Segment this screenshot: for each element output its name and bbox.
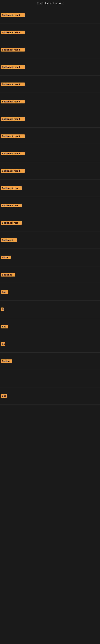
bottleneck-badge: Bottlen [1,360,12,363]
bottleneck-badge: Bott [1,325,8,328]
result-row: Bott [0,283,100,301]
bottleneck-badge: Bott [1,290,8,294]
result-row: Bottleneck resu [0,214,100,232]
bottleneck-badge: B [1,308,3,311]
result-row [0,370,100,387]
bottleneck-badge: Bottleneck result [1,30,25,34]
result-row: Bot [0,387,100,404]
bottleneck-badge: Bottleneck result [1,65,25,69]
bottleneck-badge: Bottleneck result [1,117,25,121]
bottleneck-badge: Bottleneck result [1,48,25,52]
result-row: Bott [0,318,100,335]
result-row: Bottleneck result [0,76,100,93]
bottleneck-badge: Bottleneck result [1,82,25,86]
result-row: Bottle [0,249,100,266]
results-container: Bottleneck resultBottleneck resultBottle… [0,6,100,644]
bottleneck-badge: Bottleneck resu [1,204,22,207]
result-row: Bottleneck result [0,128,100,145]
bottom-spacer [0,404,100,644]
result-row: Bottleneck result [0,110,100,128]
bottleneck-badge: Bottleneck [1,238,17,242]
result-row: Bottleneck result [0,162,100,180]
site-title: TheBottlenecker.com [0,0,100,6]
result-row: Bottleneck result [0,41,100,58]
result-row: Bottleneck result [0,145,100,162]
bottleneck-badge: Bot [1,394,7,398]
bottleneck-badge: Bottleneck result [1,152,25,155]
result-row: Bottleneck result [0,58,100,76]
result-row: Bottleneck result [0,93,100,110]
result-row: Bottlen [0,352,100,370]
result-row: Bottlenec [0,266,100,283]
bottleneck-badge: Bottleneck result [1,169,25,173]
result-row: Bottleneck resu [0,180,100,197]
bottleneck-badge: Bottleneck result [1,134,25,138]
bottleneck-badge: Bottleneck result [1,13,25,17]
result-row: Bottleneck resu [0,197,100,214]
result-row: Bottleneck result [0,6,100,24]
bottleneck-badge: Bottleneck result [1,100,25,104]
result-row: Bo [0,335,100,352]
result-row: Bottleneck [0,232,100,249]
bottleneck-badge: Bottleneck resu [1,221,22,224]
result-row: B [0,301,100,318]
bottleneck-badge: Bo [1,342,5,346]
bottleneck-badge: Bottleneck resu [1,186,22,190]
bottleneck-badge: Bottlenec [1,273,15,276]
result-row: Bottleneck result [0,24,100,41]
bottleneck-badge: Bottle [1,256,11,259]
